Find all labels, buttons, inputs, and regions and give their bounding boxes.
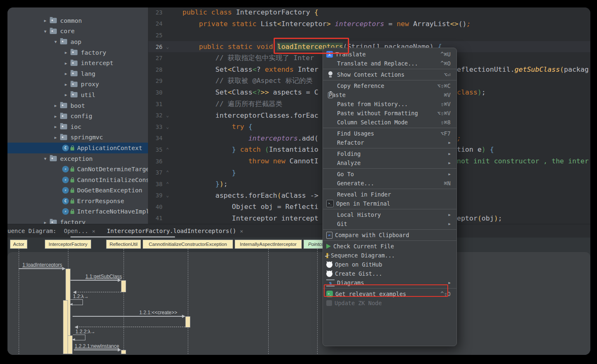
tree-item-proxy[interactable]: ▶proxy bbox=[7, 79, 148, 90]
tree-item-cannotdeterminetarge[interactable]: ⚡CanNotDetermineTarge bbox=[7, 164, 148, 175]
chevron-right-icon[interactable]: ▶ bbox=[61, 92, 70, 97]
fold-marker-icon[interactable]: ⌃ bbox=[163, 181, 172, 187]
menu-item-open-in-terminal[interactable]: >_Open in Terminal bbox=[323, 199, 456, 208]
tree-item-label: proxy bbox=[81, 81, 99, 87]
chevron-right-icon[interactable]: ▶ bbox=[41, 220, 50, 224]
menu-item-git[interactable]: Git▶ bbox=[323, 219, 456, 228]
chevron-down-icon[interactable]: ▼ bbox=[41, 156, 50, 161]
fold-marker-icon[interactable]: ⌃ bbox=[163, 147, 172, 153]
code-line-25[interactable]: 25 bbox=[148, 29, 590, 41]
tree-item-aop[interactable]: ▼aop bbox=[7, 36, 148, 47]
icon-spacer bbox=[326, 130, 335, 137]
tree-item-cannotinitializecons[interactable]: ⚡CannotInitializeCons bbox=[7, 175, 148, 185]
tree-item-dogetbeanexception[interactable]: ⚡DoGetBeanException bbox=[7, 185, 148, 196]
tree-item-core[interactable]: ▼core bbox=[7, 26, 148, 37]
tree-item-label: intercept bbox=[81, 60, 114, 66]
menu-item-translate-and-replace[interactable]: Translate and Replace...^⌘O bbox=[323, 59, 456, 68]
tree-item-ioc[interactable]: ▶ioc bbox=[7, 121, 148, 132]
menu-item-copy-reference[interactable]: Copy Reference⌥⇧⌘C bbox=[323, 81, 456, 90]
menu-item-compare-with-clipboard[interactable]: ⇄Compare with Clipboard bbox=[323, 231, 456, 240]
tree-item-common[interactable]: ▶common bbox=[7, 15, 148, 26]
tab-selected[interactable]: InterceptorFactory.loadInterceptors()× bbox=[107, 228, 243, 234]
tree-item-factory[interactable]: ▶factory bbox=[7, 47, 148, 58]
menu-item-label: Open in Terminal bbox=[336, 200, 451, 207]
chevron-right-icon[interactable]: ▶ bbox=[51, 103, 60, 108]
fold-marker-icon[interactable]: ⌄ bbox=[163, 124, 172, 130]
menu-item-label: Translate and Replace... bbox=[337, 60, 436, 67]
tree-item-factory[interactable]: ▶factory bbox=[7, 217, 148, 224]
tree-item-errorresponse[interactable]: CErrorResponse bbox=[7, 196, 148, 206]
menu-item-paste-without-formatting[interactable]: Paste without Formatting⌥⇧⌘V bbox=[323, 109, 456, 118]
folder-icon bbox=[60, 103, 67, 108]
tree-item-springmvc[interactable]: ▶springmvc bbox=[7, 132, 148, 143]
menu-item-label: Analyze bbox=[337, 160, 449, 166]
tree-item-intercept[interactable]: ▶intercept bbox=[7, 58, 148, 68]
chevron-right-icon[interactable]: ▶ bbox=[61, 50, 70, 55]
submenu-arrow-icon: ▶ bbox=[449, 152, 451, 156]
chevron-right-icon[interactable]: ▶ bbox=[41, 18, 50, 23]
menu-item-show-context-actions[interactable]: Show Context Actions⌥⏎ bbox=[323, 70, 456, 79]
github-icon bbox=[326, 262, 332, 268]
menu-item-open-on-github[interactable]: Open on GitHub bbox=[323, 260, 456, 269]
tree-item-util[interactable]: ▶util bbox=[7, 90, 148, 100]
tree-item-lang[interactable]: ▶lang bbox=[7, 68, 148, 79]
close-icon[interactable]: × bbox=[240, 228, 243, 234]
icon-spacer bbox=[326, 109, 335, 117]
chevron-down-icon[interactable]: ▼ bbox=[41, 29, 50, 34]
menu-item-paste[interactable]: Paste⌘V bbox=[323, 90, 456, 99]
tab-open[interactable]: Open...× bbox=[64, 228, 95, 234]
code-line-24[interactable]: 24private static List<Interceptor> inter… bbox=[148, 18, 590, 30]
tree-item-label: ErrorResponse bbox=[77, 198, 124, 204]
tree-item-config[interactable]: ▶config bbox=[7, 111, 148, 121]
menu-item-label: Find Usages bbox=[337, 130, 436, 137]
menu-item-label: Folding bbox=[337, 150, 449, 157]
menu-item-label: Refactor bbox=[337, 139, 449, 146]
icon-spacer bbox=[326, 119, 335, 126]
code-text-continuation: class); bbox=[457, 87, 486, 98]
menu-item-find-usages[interactable]: Find Usages⌥F7 bbox=[323, 129, 456, 138]
chevron-right-icon[interactable]: ▶ bbox=[61, 71, 70, 76]
menu-item-local-history[interactable]: Local History▶ bbox=[323, 210, 456, 219]
menu-item-label: Copy Reference bbox=[337, 83, 432, 89]
fold-marker-icon[interactable]: ⌄ bbox=[163, 112, 172, 118]
menu-item-paste-from-history[interactable]: Paste from History...⇧⌘V bbox=[323, 99, 456, 109]
menu-item-check-current-file[interactable]: Check Current File bbox=[323, 242, 456, 251]
tree-item-interfacenothaveimpl[interactable]: ⚡InterfaceNotHaveImpl bbox=[7, 206, 148, 217]
code-text: // 获取被 @Aspect 标记的类 bbox=[182, 76, 313, 85]
tree-item-label: common bbox=[60, 17, 82, 24]
chevron-right-icon[interactable]: ▶ bbox=[51, 124, 60, 129]
tree-item-label: core bbox=[60, 28, 75, 34]
close-icon[interactable]: × bbox=[92, 228, 95, 234]
shortcut-hint: ^⌘O bbox=[441, 60, 451, 67]
fold-marker-icon[interactable]: ⌃ bbox=[163, 170, 172, 175]
tab-label: InterceptorFactory.loadInterceptors() bbox=[107, 228, 236, 234]
chevron-right-icon[interactable]: ▶ bbox=[51, 114, 60, 119]
menu-item-reveal-in-finder[interactable]: Reveal in Finder bbox=[323, 190, 456, 199]
tree-item-boot[interactable]: ▶boot bbox=[7, 100, 148, 111]
menu-item-label: Sequence Diagram... bbox=[331, 252, 451, 259]
fold-marker-icon[interactable]: ⌄ bbox=[163, 44, 172, 50]
tree-item-label: CannotInitializeCons bbox=[77, 177, 148, 183]
fold-marker-icon[interactable]: ⌄ bbox=[163, 192, 172, 198]
menu-item-analyze[interactable]: Analyze▶ bbox=[323, 158, 456, 167]
menu-item-sequence-diagram[interactable]: Sequence Diagram... bbox=[323, 251, 456, 260]
menu-item-generate[interactable]: Generate...⌘N bbox=[323, 179, 456, 188]
exception-class-icon: ⚡ bbox=[62, 177, 69, 183]
tree-item-exception[interactable]: ▼exception bbox=[7, 153, 148, 164]
menu-item-folding[interactable]: Folding▶ bbox=[323, 149, 456, 158]
menu-item-go-to[interactable]: Go To▶ bbox=[323, 170, 456, 179]
menu-item-refactor[interactable]: Refactor▶ bbox=[323, 138, 456, 147]
menu-item-label: Reveal in Finder bbox=[337, 191, 451, 198]
chevron-right-icon[interactable]: ▶ bbox=[61, 82, 70, 87]
github-icon bbox=[326, 271, 332, 277]
chevron-right-icon[interactable]: ▶ bbox=[61, 61, 70, 66]
menu-item-column-selection-mode[interactable]: Column Selection Mode⇧⌘8 bbox=[323, 118, 456, 127]
chevron-down-icon[interactable]: ▼ bbox=[51, 39, 60, 44]
code-line-23[interactable]: 23public class InterceptorFactory { bbox=[148, 7, 590, 18]
compare-icon: ⇄ bbox=[326, 232, 332, 239]
menu-item-create-gist[interactable]: Create Gist... bbox=[323, 269, 456, 278]
tree-item-applicationcontext[interactable]: CApplicationContext bbox=[7, 143, 148, 153]
chevron-right-icon[interactable]: ▶ bbox=[51, 135, 60, 140]
shortcut-hint: ⇧⌘8 bbox=[441, 119, 451, 126]
exception-class-icon: ⚡ bbox=[62, 208, 69, 215]
